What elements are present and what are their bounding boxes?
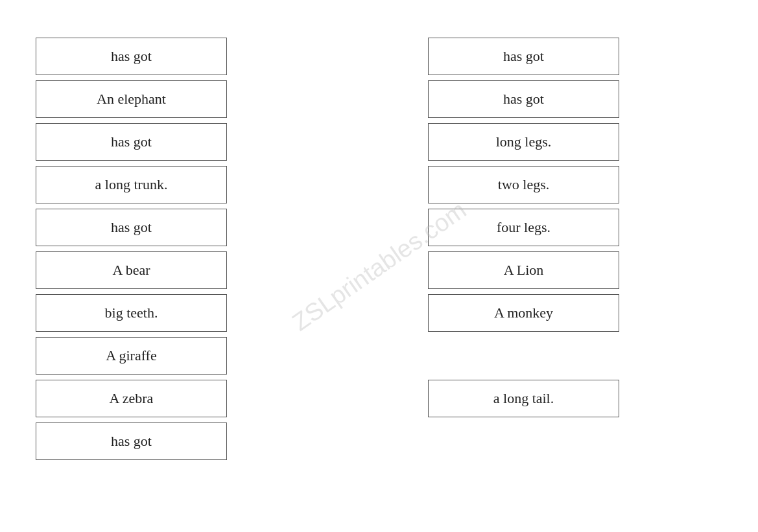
left-card-6-text: A bear xyxy=(112,262,150,279)
left-card-9: A zebra xyxy=(36,380,227,417)
page-container: has got An elephant has got a long trunk… xyxy=(0,0,758,532)
right-card-5-text: four legs. xyxy=(497,219,551,236)
right-card-2-text: has got xyxy=(503,91,544,108)
right-card-6: A Lion xyxy=(428,251,619,289)
left-card-5: has got xyxy=(36,209,227,246)
right-card-3-text: long legs. xyxy=(496,133,552,150)
left-card-4-text: a long trunk. xyxy=(95,176,168,193)
left-card-8-text: A giraffe xyxy=(106,347,156,364)
right-card-5: four legs. xyxy=(428,209,619,246)
left-card-7-text: big teeth. xyxy=(105,305,158,321)
left-card-10-text: has got xyxy=(111,433,152,450)
left-card-8: A giraffe xyxy=(36,337,227,375)
right-card-2: has got xyxy=(428,80,619,118)
right-card-7: A monkey xyxy=(428,294,619,332)
right-column: has got has got long legs. two legs. fou… xyxy=(428,38,619,417)
right-card-3: long legs. xyxy=(428,123,619,161)
right-card-8: a long tail. xyxy=(428,380,619,417)
left-card-6: A bear xyxy=(36,251,227,289)
left-card-4: a long trunk. xyxy=(36,166,227,203)
left-card-10: has got xyxy=(36,422,227,460)
right-card-4-text: two legs. xyxy=(498,176,549,193)
left-card-2-text: An elephant xyxy=(97,91,166,108)
right-card-1-text: has got xyxy=(503,48,544,65)
left-card-7: big teeth. xyxy=(36,294,227,332)
left-card-9-text: A zebra xyxy=(110,390,154,407)
left-card-3: has got xyxy=(36,123,227,161)
left-card-5-text: has got xyxy=(111,219,152,236)
right-card-7-text: A monkey xyxy=(494,305,553,321)
right-card-8-text: a long tail. xyxy=(493,390,554,407)
left-card-2: An elephant xyxy=(36,80,227,118)
left-card-3-text: has got xyxy=(111,133,152,150)
left-column: has got An elephant has got a long trunk… xyxy=(36,38,227,460)
right-card-6-text: A Lion xyxy=(504,262,544,279)
right-card-4: two legs. xyxy=(428,166,619,203)
left-card-1-text: has got xyxy=(111,48,152,65)
right-card-1: has got xyxy=(428,38,619,75)
left-card-1: has got xyxy=(36,38,227,75)
